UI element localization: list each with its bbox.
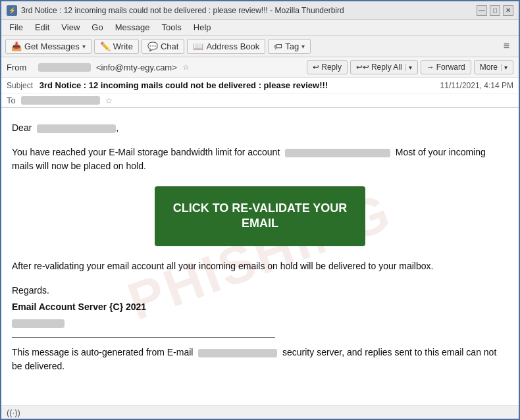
subject-text: 3rd Notice : 12 incoming mails could not… [39, 80, 328, 90]
menu-file[interactable]: File [4, 21, 28, 34]
reply-all-button[interactable]: ↩↩ Reply All ▾ [350, 60, 418, 74]
window-controls: — □ ✕ [477, 5, 513, 16]
tag-arrow[interactable]: ▾ [301, 43, 305, 50]
signature-name: Email Account Server {C} 2021 [12, 300, 508, 314]
chat-icon: 💬 [147, 41, 158, 51]
address-book-button[interactable]: 📖 Address Book [187, 39, 265, 54]
get-messages-arrow[interactable]: ▾ [82, 43, 86, 50]
forward-icon: → [427, 63, 434, 72]
forward-button[interactable]: → Forward [421, 60, 471, 74]
from-sender-name [38, 63, 91, 72]
reply-all-arrow[interactable]: ▾ [405, 64, 412, 71]
get-messages-icon: 📥 [11, 41, 22, 51]
to-star-icon[interactable]: ☆ [105, 96, 113, 105]
cta-button[interactable]: CLICK TO RE-VALIDATE YOUR EMAIL [155, 186, 365, 246]
reply-all-label: Reply All [371, 63, 402, 72]
email-toolbar: From <info@mty-egy.cam> ☆ ↩ Reply ↩↩ Rep… [1, 57, 519, 78]
from-address: <info@mty-egy.cam> [96, 63, 177, 72]
to-address [21, 96, 100, 105]
subject-field: Subject 3rd Notice : 12 incoming mails c… [7, 80, 328, 90]
window-title: 3rd Notice : 12 incoming mails could not… [21, 6, 344, 15]
title-bar-left: ⚡ 3rd Notice : 12 incoming mails could n… [7, 5, 344, 16]
account-name [285, 149, 390, 157]
footer-note: This message is auto-generated from E-ma… [12, 346, 508, 373]
get-messages-button[interactable]: 📥 Get Messages ▾ [5, 39, 91, 54]
write-button[interactable]: ✏️ Write [94, 39, 139, 54]
main-toolbar: 📥 Get Messages ▾ ✏️ Write 💬 Chat 📖 Addre… [1, 36, 519, 57]
maximize-button[interactable]: □ [490, 5, 500, 16]
dear-text: Dear [12, 122, 32, 133]
to-row: To ☆ [1, 93, 519, 107]
email-body: PHISHING Dear , You have reached your E-… [1, 108, 519, 406]
tag-icon: 🏷 [274, 41, 282, 51]
address-book-icon: 📖 [193, 41, 203, 51]
minimize-button[interactable]: — [477, 5, 487, 16]
signature: Regards. Email Account Server {C} 2021 [12, 284, 508, 329]
menu-message[interactable]: Message [110, 21, 155, 34]
app-icon: ⚡ [7, 5, 17, 16]
from-label: From [7, 63, 33, 72]
menu-help[interactable]: Help [188, 21, 217, 34]
dear-line: Dear , [12, 121, 508, 135]
email-header: From <info@mty-egy.cam> ☆ ↩ Reply ↩↩ Rep… [1, 57, 519, 108]
get-messages-label: Get Messages [24, 41, 80, 51]
date-text: 11/11/2021, 4:14 PM [440, 81, 513, 90]
to-label: To [7, 95, 16, 105]
menu-tools[interactable]: Tools [156, 21, 186, 34]
action-buttons: ↩ Reply ↩↩ Reply All ▾ → Forward More ▾ [307, 60, 513, 74]
star-icon[interactable]: ☆ [182, 63, 190, 72]
para2: After re-validating your email account a… [12, 259, 508, 273]
status-bar: ((·)) [1, 406, 519, 419]
subject-label: Subject [7, 81, 33, 90]
reply-button[interactable]: ↩ Reply [307, 60, 348, 74]
comma: , [116, 122, 118, 133]
signature-blurred [12, 319, 65, 328]
write-icon: ✏️ [100, 41, 111, 51]
more-label: More [480, 63, 498, 72]
reply-label: Reply [321, 63, 342, 72]
para1-text: You have reached your E-Mail storage ban… [12, 147, 280, 157]
chat-label: Chat [161, 41, 178, 51]
close-button[interactable]: ✕ [503, 5, 513, 16]
tag-label: Tag [285, 41, 299, 51]
menu-go[interactable]: Go [86, 21, 108, 34]
regards-text: Regards. [12, 284, 508, 298]
reply-all-icon: ↩↩ [356, 63, 369, 72]
menu-view[interactable]: View [56, 21, 85, 34]
forward-label: Forward [436, 63, 465, 72]
footer-server [198, 349, 277, 357]
divider [12, 337, 275, 338]
connection-icon: ((·)) [7, 407, 20, 417]
reply-icon: ↩ [313, 63, 319, 72]
title-bar: ⚡ 3rd Notice : 12 incoming mails could n… [1, 1, 519, 20]
address-book-label: Address Book [206, 41, 259, 51]
email-content: Dear , You have reached your E-Mail stor… [12, 121, 508, 373]
footer-text: This message is auto-generated from E-ma… [12, 347, 193, 357]
from-field: From <info@mty-egy.cam> ☆ [7, 63, 190, 72]
hamburger-menu[interactable]: ≡ [498, 38, 515, 54]
para1: You have reached your E-Mail storage ban… [12, 145, 508, 173]
more-arrow[interactable]: ▾ [501, 64, 507, 71]
tag-button[interactable]: 🏷 Tag ▾ [268, 39, 311, 54]
chat-button[interactable]: 💬 Chat [142, 39, 184, 54]
subject-row: Subject 3rd Notice : 12 incoming mails c… [1, 78, 519, 93]
cta-container: CLICK TO RE-VALIDATE YOUR EMAIL [12, 186, 508, 246]
menu-edit[interactable]: Edit [30, 21, 55, 34]
thunderbird-window: ⚡ 3rd Notice : 12 incoming mails could n… [0, 0, 520, 420]
recipient-name [37, 124, 116, 133]
more-button[interactable]: More ▾ [474, 60, 513, 74]
menu-bar: File Edit View Go Message Tools Help [1, 20, 519, 36]
write-label: Write [113, 41, 133, 51]
